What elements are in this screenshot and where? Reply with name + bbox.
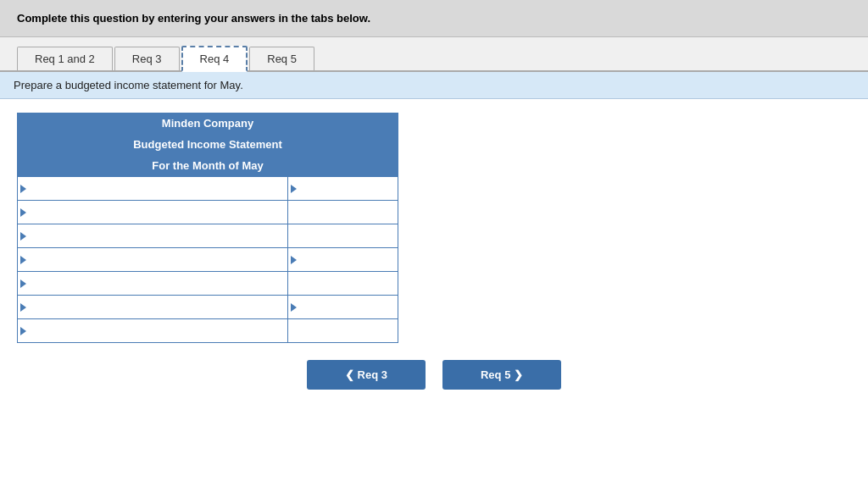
- value-cell: [288, 248, 398, 272]
- value-cell: [288, 201, 398, 224]
- value-cell: [288, 272, 398, 296]
- next-button[interactable]: Req 5 ❯: [442, 360, 561, 390]
- value-arrow-icon: [291, 185, 297, 193]
- value-input[interactable]: [288, 177, 398, 200]
- table-row: [18, 272, 398, 296]
- table-row: [18, 177, 398, 201]
- value-cell: [288, 224, 398, 248]
- header-instruction-text: Complete this question by entering your …: [17, 12, 370, 25]
- label-arrow-icon: [20, 303, 26, 312]
- instructions-bar: Prepare a budgeted income statement for …: [0, 72, 868, 99]
- table-row: [18, 296, 398, 319]
- statement-title-block: Minden Company Budgeted Income Statement…: [17, 113, 398, 176]
- label-input[interactable]: [18, 272, 287, 295]
- nav-buttons: ❮ Req 3 Req 5 ❯: [17, 360, 851, 390]
- label-input[interactable]: [18, 201, 287, 224]
- label-input[interactable]: [18, 177, 287, 200]
- label-input[interactable]: [18, 248, 287, 271]
- table-row: [18, 319, 398, 343]
- tab-req3[interactable]: Req 3: [114, 47, 180, 70]
- label-cell: [18, 319, 288, 343]
- header-instruction-bar: Complete this question by entering your …: [0, 0, 868, 37]
- value-input[interactable]: [288, 248, 398, 271]
- label-arrow-icon: [20, 185, 26, 193]
- statement-wrapper: Minden Company Budgeted Income Statement…: [17, 113, 398, 343]
- instructions-text: Prepare a budgeted income statement for …: [14, 79, 243, 91]
- statement-period: For the Month of May: [17, 155, 398, 176]
- label-input[interactable]: [18, 296, 287, 318]
- table-row: [18, 224, 398, 248]
- table-row: [18, 248, 398, 272]
- label-arrow-icon: [20, 232, 26, 241]
- label-cell: [18, 248, 288, 272]
- value-input[interactable]: [288, 319, 398, 342]
- label-arrow-icon: [20, 208, 26, 217]
- label-arrow-icon: [20, 327, 26, 335]
- prev-button[interactable]: ❮ Req 3: [307, 360, 426, 390]
- company-name: Minden Company: [17, 113, 398, 134]
- tab-req12[interactable]: Req 1 and 2: [17, 47, 113, 70]
- label-cell: [18, 296, 288, 319]
- value-input[interactable]: [288, 296, 398, 318]
- label-arrow-icon: [20, 256, 26, 264]
- statement-table: [17, 176, 398, 343]
- label-arrow-icon: [20, 279, 26, 288]
- value-cell: [288, 319, 398, 343]
- label-cell: [18, 224, 288, 248]
- value-input[interactable]: [288, 201, 398, 224]
- value-cell: [288, 177, 398, 201]
- label-cell: [18, 201, 288, 224]
- label-input[interactable]: [18, 319, 287, 342]
- value-input[interactable]: [288, 272, 398, 295]
- main-content: Minden Company Budgeted Income Statement…: [0, 99, 868, 403]
- value-cell: [288, 296, 398, 319]
- table-row: [18, 201, 398, 224]
- label-cell: [18, 177, 288, 201]
- statement-title: Budgeted Income Statement: [17, 134, 398, 155]
- value-arrow-icon: [291, 256, 297, 264]
- tab-req4[interactable]: Req 4: [181, 46, 248, 72]
- label-input[interactable]: [18, 224, 287, 247]
- value-input[interactable]: [288, 224, 398, 247]
- value-arrow-icon: [291, 303, 297, 312]
- tab-req5[interactable]: Req 5: [249, 47, 314, 70]
- label-cell: [18, 272, 288, 296]
- tabs-container: Req 1 and 2 Req 3 Req 4 Req 5: [0, 37, 868, 72]
